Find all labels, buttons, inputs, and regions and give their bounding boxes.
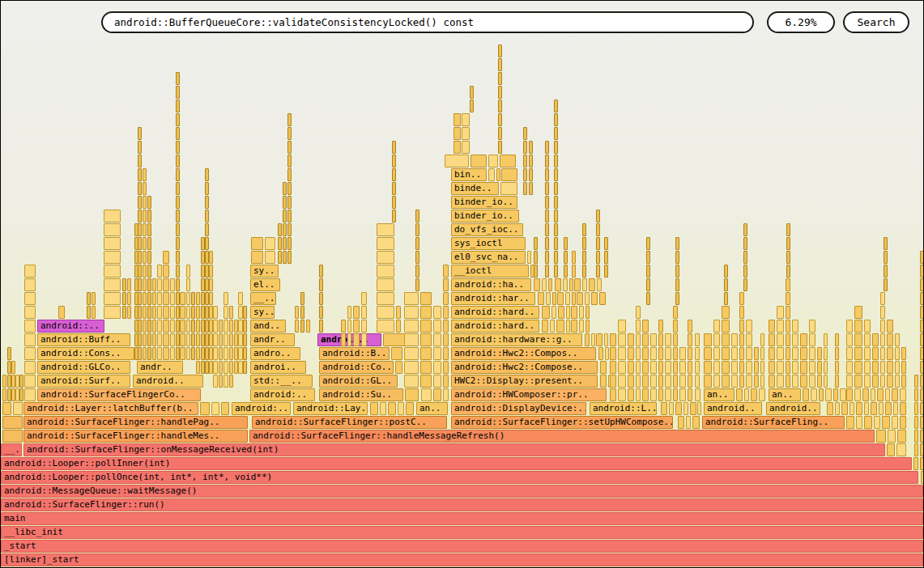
frame-cell[interactable]	[713, 361, 720, 374]
frame-cell[interactable]	[470, 86, 474, 99]
frame-cell[interactable]	[571, 306, 577, 319]
frame-cell[interactable]	[786, 237, 790, 250]
frame-cell[interactable]	[722, 333, 730, 346]
frame-cell[interactable]	[871, 388, 875, 401]
frame-cell[interactable]	[825, 388, 832, 401]
frame-cell[interactable]	[122, 306, 126, 319]
frame-cell[interactable]	[872, 347, 879, 360]
frame-cell[interactable]	[777, 361, 784, 374]
frame-cell[interactable]	[572, 292, 576, 305]
frame-cell[interactable]	[143, 210, 147, 223]
frame-cell[interactable]	[914, 402, 918, 415]
frame-cell[interactable]	[229, 333, 233, 346]
frame-cell[interactable]	[554, 141, 558, 154]
frame-cell[interactable]	[746, 347, 752, 360]
frame-android-hard[interactable]: android::hard..	[451, 320, 539, 333]
frame-cell[interactable]	[900, 388, 906, 401]
frame-cell[interactable]	[887, 347, 893, 360]
frame-cell[interactable]	[527, 251, 531, 264]
frame-android-surfaceflinger-handlepag[interactable]: android::SurfaceFlinger::handlePag..	[23, 416, 248, 429]
frame-cell[interactable]	[713, 347, 720, 360]
frame-cell[interactable]	[319, 265, 323, 278]
frame-cell[interactable]	[688, 347, 692, 360]
frame-cell[interactable]	[646, 237, 650, 250]
frame-cell[interactable]	[864, 375, 871, 388]
frame-binder-io[interactable]: binder_io..	[451, 210, 519, 223]
frame-cell[interactable]	[224, 375, 228, 388]
frame-cell[interactable]	[283, 210, 287, 223]
frame-cell[interactable]	[147, 292, 151, 305]
frame-cell[interactable]	[786, 333, 790, 346]
frame-cell[interactable]	[665, 347, 671, 360]
frame-cell[interactable]	[675, 265, 679, 278]
frame-cell[interactable]	[433, 375, 441, 388]
frame-cell[interactable]	[746, 320, 752, 333]
frame-android-surfaceflinger-setuphwcompose[interactable]: android::SurfaceFlinger::setUpHWCompose.…	[451, 416, 673, 429]
frame-cell[interactable]	[163, 278, 169, 291]
frame-cell[interactable]	[675, 402, 682, 415]
frame-cell[interactable]	[786, 223, 790, 236]
frame-cell[interactable]	[800, 333, 807, 346]
frame-cell[interactable]	[713, 333, 720, 346]
frame-cell[interactable]	[872, 333, 879, 346]
frame-cell[interactable]	[287, 113, 292, 126]
frame-cell[interactable]	[744, 388, 749, 401]
frame-cell[interactable]	[143, 292, 147, 305]
frame-cell[interactable]	[243, 347, 247, 360]
frame-cell[interactable]	[665, 361, 671, 374]
frame-cell[interactable]	[138, 347, 142, 360]
frame-cell[interactable]	[157, 333, 162, 346]
frame-cell[interactable]	[186, 292, 190, 305]
frame-cell[interactable]	[7, 347, 11, 360]
frame-cell[interactable]	[213, 361, 218, 374]
frame-cell[interactable]	[300, 320, 304, 333]
frame-cell[interactable]	[759, 388, 765, 401]
frame-cell[interactable]	[152, 333, 156, 346]
frame-cell[interactable]	[846, 361, 853, 374]
frame-cell[interactable]	[835, 375, 839, 388]
frame-android-looper-pollinner-int[interactable]: android::Looper::pollInner(int)	[1, 457, 912, 470]
frame-cell[interactable]	[205, 210, 209, 223]
frame-cell[interactable]	[840, 388, 846, 401]
frame-cell[interactable]	[554, 127, 558, 140]
frame-cell[interactable]	[835, 402, 840, 415]
frame-cell[interactable]	[569, 278, 573, 291]
frame-cell[interactable]	[579, 306, 584, 319]
frame-cell[interactable]	[864, 320, 871, 333]
frame-cell[interactable]	[817, 347, 822, 360]
frame-cell[interactable]	[24, 361, 36, 374]
frame-cell[interactable]	[914, 416, 918, 429]
frame-cell[interactable]	[462, 141, 470, 154]
frame-cell[interactable]	[163, 265, 169, 278]
frame-cell[interactable]	[163, 306, 169, 319]
frame-cell[interactable]	[353, 306, 360, 319]
frame-cell[interactable]	[415, 278, 419, 291]
frame-cell[interactable]	[646, 278, 650, 291]
frame-cell[interactable]	[152, 347, 156, 360]
frame-cell[interactable]	[582, 278, 587, 291]
frame-cell[interactable]	[295, 320, 299, 333]
frame-cell[interactable]	[104, 251, 121, 264]
frame-cell[interactable]	[885, 402, 892, 415]
frame-cell[interactable]	[874, 416, 880, 429]
frame-cell[interactable]	[405, 388, 419, 401]
frame-cell[interactable]	[563, 278, 568, 291]
frame-cell[interactable]	[170, 306, 175, 319]
frame-cell[interactable]	[500, 182, 517, 195]
frame-cell[interactable]	[769, 333, 775, 346]
frame-cell[interactable]	[642, 388, 649, 401]
frame-cell[interactable]	[809, 320, 815, 333]
frame-cell[interactable]	[209, 251, 213, 264]
frame-cell[interactable]	[554, 100, 558, 112]
frame-cell[interactable]	[209, 292, 213, 305]
frame-cell[interactable]	[618, 388, 626, 401]
frame-cell[interactable]	[554, 155, 558, 167]
frame-cell[interactable]	[213, 333, 218, 346]
frame-cell[interactable]	[545, 237, 549, 250]
frame-cell[interactable]	[138, 333, 142, 346]
frame-cell[interactable]	[186, 278, 190, 291]
frame-cell[interactable]	[704, 347, 712, 360]
frame-cell[interactable]	[688, 361, 692, 374]
frame-cell[interactable]	[443, 292, 449, 305]
frame-main[interactable]: main	[1, 512, 923, 525]
